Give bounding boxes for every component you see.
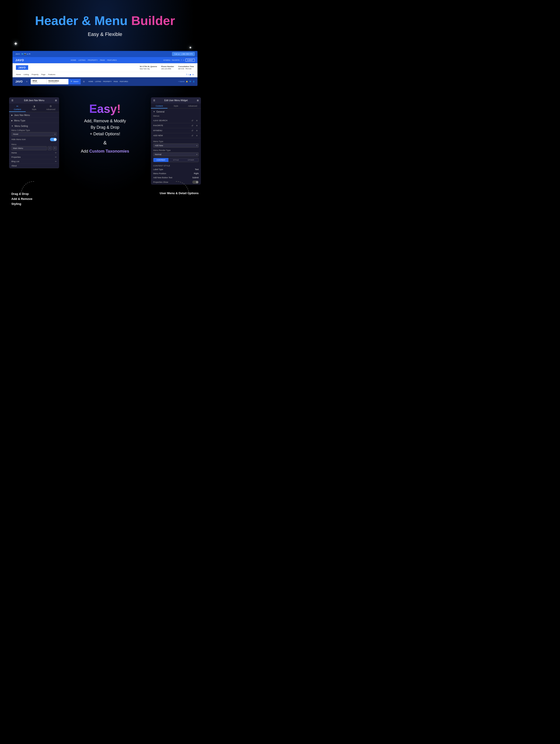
preview-2-nav: Home Listing Property Page Features f t …: [13, 72, 197, 77]
menu-type-header[interactable]: ▶ Menu Type: [9, 118, 59, 123]
right-panel-menu-icon: ☰: [153, 99, 155, 102]
menu-collapse-label: Menu Collapse Type: [9, 128, 59, 132]
menu-render-select[interactable]: Normal: [153, 152, 199, 156]
left-tab-content[interactable]: ✏ Content: [9, 104, 26, 112]
right-panel: ☰ Edit User Menu Widget ⊞ Content Style …: [151, 97, 201, 185]
add-new-delete-icon[interactable]: ✕: [195, 135, 199, 137]
preview-1-topbar-left: JAVO 🐦 📷 in ✉: [15, 53, 30, 55]
preview2-time: Consultation Time AM 9:00 - PM 8:00: [178, 65, 194, 70]
rp-tab-style[interactable]: STYLE: [168, 158, 184, 162]
left-panel-tabs: ✏ Content ◑ Style ⚙ Advanced: [9, 104, 59, 112]
right-tab-content[interactable]: Content: [151, 104, 167, 108]
hero-title-blue: Header & Menu: [35, 13, 128, 28]
rp-menu-favorite: FAVORITE ↺ ✕: [151, 123, 201, 128]
preview3-actions: + Submit 🔔 💙 👤: [178, 81, 195, 82]
properties-show-toggle[interactable]: [192, 181, 199, 184]
preview1-actions: MYMENU FAVORITE ? ≡ SUBMIT: [163, 59, 195, 62]
general-arrow: ▼: [153, 111, 155, 113]
content-style-label: CONTENT STYLE: [151, 163, 201, 168]
preview3-gear-icon: ⚙: [83, 80, 85, 83]
menu-select[interactable]: Main Menu: [11, 146, 47, 150]
javo-nav-header[interactable]: ▶ Javo Nav Menu: [9, 112, 59, 117]
left-panel-grid-icon: ⊞: [55, 99, 57, 102]
header-previews: JAVO 🐦 📷 in ✉ Call us: 1-888-589-579 JAV…: [12, 51, 197, 86]
left-panel-menu-icon: ☰: [11, 99, 13, 102]
add-new-button-label: Add New Button Text: [153, 177, 172, 179]
right-tab-style[interactable]: Style: [167, 104, 184, 108]
ajax-search-delete-icon[interactable]: ✕: [195, 119, 199, 122]
preview2-address: 52 177th St, Queens New York City: [140, 65, 157, 70]
hide-menu-toggle-row: Hide Menu Icon: [9, 137, 59, 142]
hide-menu-toggle[interactable]: [50, 138, 57, 141]
preview2-nav-links: Home Listing Property Page Features: [16, 73, 55, 75]
right-panel-tabs: Content Style Advanced: [151, 104, 201, 109]
add-new-button-value: Submit: [192, 177, 199, 179]
section-javo-nav: ▶ Javo Nav Menu: [9, 112, 59, 118]
menu-collapse-select-wrapper: Hover Click: [11, 132, 57, 136]
hero-title-pink: Builder: [131, 13, 175, 28]
preview3-menu-icon: ≡: [26, 80, 28, 83]
rp-tab-content[interactable]: CONTENT: [153, 158, 168, 162]
mymenu-edit-icon[interactable]: ↺: [191, 129, 194, 132]
menu-item-blog-list: Blog List ✏: [9, 159, 59, 164]
star-left: ✦: [14, 41, 18, 47]
add-new-edit-icon[interactable]: ↺: [191, 135, 194, 137]
left-tab-advanced[interactable]: ⚙ Advanced: [42, 104, 59, 112]
ajax-search-actions: ↺ ✕: [191, 119, 199, 122]
custom-taxonomies-text: Custom Taxonomies: [89, 149, 129, 153]
favorite-delete-icon[interactable]: ✕: [195, 124, 199, 127]
hero-title: Header & Menu Builder: [5, 14, 205, 28]
section-menu-setting: ▼ Menu Setting Menu Collapse Type Hover …: [9, 123, 59, 168]
ajax-search-edit-icon[interactable]: ↺: [191, 119, 194, 122]
social-icons: 🐦 📷 in ✉: [22, 53, 31, 55]
preview2-logo: JAVO: [16, 65, 28, 70]
dashed-arc-right: [174, 179, 192, 197]
star-right: ✦: [189, 45, 192, 50]
preview-1: JAVO 🐦 📷 in ✉ Call us: 1-888-589-579 JAV…: [12, 51, 197, 63]
menu-type-arrow: ▶: [11, 120, 13, 122]
rp-menus-list: AJAX SEARCH ↺ ✕ FAVORITE ↺ ✕ MYMENU: [151, 117, 201, 139]
preview-1-topbar: JAVO 🐦 📷 in ✉ Call us: 1-888-589-579: [12, 51, 197, 57]
blog-edit-icon[interactable]: ✏: [55, 160, 57, 162]
right-tab-advanced[interactable]: Advanced: [184, 104, 201, 108]
menu-add-icon[interactable]: +: [48, 146, 52, 150]
preview2-social: f t ▶ in: [186, 73, 194, 76]
easy-title: Easy!: [89, 102, 121, 115]
left-tab-style[interactable]: ◑ Style: [26, 104, 42, 112]
preview-1-nav: JAVO HOME LISTING PROPERTY PAGE FEATURES…: [12, 57, 197, 63]
preview1-submit-btn: SUBMIT: [186, 59, 195, 62]
menus-label: Menus: [151, 114, 201, 117]
home-edit-icon[interactable]: ✏: [55, 152, 57, 154]
rp-tab-other[interactable]: OTHER: [184, 158, 198, 162]
mymenu-delete-icon[interactable]: ✕: [195, 129, 199, 132]
preview3-search-btn[interactable]: 🔍 Search: [69, 79, 81, 84]
menu-render-label: Menu Render Type: [151, 148, 201, 152]
preview3-search-geo: Geolocation All Locations: [47, 79, 69, 84]
hide-menu-label: Hide Menu Icon: [11, 138, 26, 141]
favorite-edit-icon[interactable]: ↺: [191, 124, 194, 127]
menu-position-value: Right: [194, 172, 199, 175]
rp-menu-mymenu: MYMENU ↺ ✕: [151, 128, 201, 133]
right-panel-grid-icon: ⊞: [197, 99, 199, 102]
preview2-phone: Phone Number 100-123-4556: [161, 65, 174, 70]
menu-type-select-wrapper: Add New: [153, 144, 199, 148]
menu-collapse-select[interactable]: Hover Click: [11, 132, 57, 136]
left-panel: ☰ Edit Javo Nav Menu ⊞ ✏ Content ◑ Style…: [9, 97, 59, 168]
label-type-row: Label Type Text: [151, 168, 201, 172]
preview1-nav-links: HOME LISTING PROPERTY PAGE FEATURES: [71, 59, 117, 61]
preview2-info: 52 177th St, Queens New York City Phone …: [140, 65, 194, 70]
menu-type-label: Menu Type: [151, 139, 201, 143]
menu-type-select[interactable]: Add New: [153, 144, 199, 148]
menu-setting-header[interactable]: ▼ Menu Setting: [9, 123, 59, 128]
preview1-logo: JAVO: [15, 59, 24, 62]
menu-edit-icon[interactable]: ✏: [53, 146, 57, 150]
hero-subtitle: Easy & Flexible: [5, 31, 205, 37]
left-panel-title: Edit Javo Nav Menu: [24, 99, 45, 102]
panels-section: ☰ Edit Javo Nav Menu ⊞ ✏ Content ◑ Style…: [0, 93, 210, 189]
properties-edit-icon[interactable]: ✏: [55, 156, 57, 158]
right-panel-title: Edit User Menu Widget: [164, 99, 188, 102]
center-text-section: Easy! Add, Remove & Modify By Drag & Dro…: [64, 97, 146, 159]
menu-position-row: Menu Position Right: [151, 172, 201, 176]
section-menu-type: ▶ Menu Type: [9, 118, 59, 123]
general-section-header[interactable]: ▼ General: [151, 109, 201, 114]
